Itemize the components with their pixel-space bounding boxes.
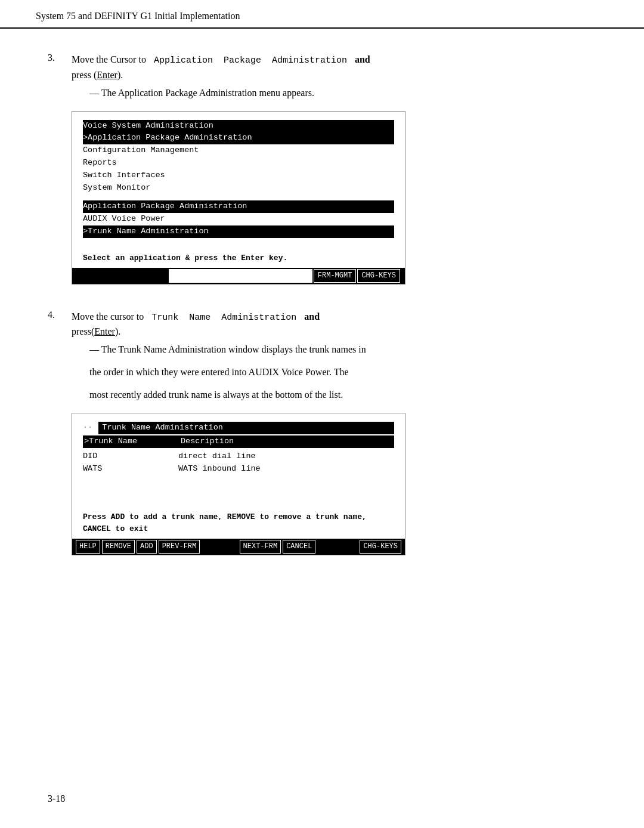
menu1-line-1: Voice System Administration <box>83 120 394 132</box>
step-4: 4. Move the cursor to Trunk Name Adminis… <box>48 310 596 570</box>
step-3-subtext: — The Application Package Administration… <box>89 86 596 100</box>
menu1-submenu-line1: AUDIX Voice Power <box>83 213 394 225</box>
step-4-subtext3: most recently added trunk name is always… <box>89 388 596 402</box>
menu1-black-blocks <box>169 269 312 283</box>
menu1-line-4: Reports <box>83 157 394 169</box>
menu2-status-text: Press ADD to add a trunk name, REMOVE to… <box>83 512 367 533</box>
menu2-row2-name: WATS <box>83 463 178 475</box>
step-3-body: Move the Cursor to Application Package A… <box>72 52 596 299</box>
step-4-prefix: Move the cursor to <box>72 311 144 322</box>
menu2-col1-header: >Trunk Name <box>83 435 178 448</box>
toolbar-help[interactable]: HELP <box>76 540 100 554</box>
menu1-line-6: System Monitor <box>83 182 394 194</box>
menu2-row2-desc: WATS inbound line <box>178 463 261 475</box>
menu2-status: Press ADD to add a trunk name, REMOVE to… <box>83 511 394 535</box>
menu1-status: Select an application & press the Enter … <box>83 252 394 264</box>
step-4-code: Trunk Name Administration <box>146 313 302 323</box>
page-number: 3-18 <box>48 793 65 804</box>
toolbar-prev-frm[interactable]: PREV-FRM <box>159 540 200 554</box>
menu1-submenu: Application Package Administration AUDIX… <box>83 200 394 238</box>
enter-link-3[interactable]: Enter <box>97 70 117 80</box>
menu2-row-1: DID direct dial line <box>83 450 394 463</box>
menu2-col2-header: Description <box>178 435 394 448</box>
step-4-subtext1: — The Trunk Name Administration window d… <box>89 342 596 357</box>
menu1-frm-mgmt[interactable]: FRM-MGMT <box>314 269 357 283</box>
step-4-subtext2: the order in which they were entered int… <box>89 365 596 379</box>
menu2-row1-name: DID <box>83 450 178 463</box>
menu2-title-dots: ·· <box>83 422 97 434</box>
header-title: System 75 and DEFINITY G1 Initial Implem… <box>36 11 240 21</box>
toolbar-remove[interactable]: REMOVE <box>102 540 135 554</box>
step-4-subtext-block: — The Trunk Name Administration window d… <box>89 342 596 402</box>
toolbar-chg-keys[interactable]: CHG-KEYS <box>360 540 401 554</box>
step-4-and: and <box>304 311 320 322</box>
menu1-line-2: >Application Package Administration <box>83 132 394 144</box>
menu1-terminal: Voice System Administration >Application… <box>72 111 405 285</box>
step-3-code: Application Package Administration <box>148 55 352 66</box>
step-3-press: press (Enter). <box>72 70 123 80</box>
menu1-status-area: Select an application & press the Enter … <box>83 252 394 264</box>
menu2-title-row: ·· Trunk Name Administration <box>83 422 394 434</box>
step-4-number: 4. <box>48 310 72 570</box>
step-3: 3. Move the Cursor to Application Packag… <box>48 52 596 299</box>
toolbar-next-frm[interactable]: NEXT-FRM <box>240 540 281 554</box>
menu1-line-5: Switch Interfaces <box>83 169 394 182</box>
step-3-number: 3. <box>48 52 72 299</box>
menu1-chg-keys[interactable]: CHG-KEYS <box>357 269 400 283</box>
menu1-statusbar: FRM-MGMT CHG-KEYS <box>72 268 405 284</box>
page-container: System 75 and DEFINITY G1 Initial Implem… <box>0 0 644 828</box>
step-4-text: Move the cursor to Trunk Name Administra… <box>72 310 596 339</box>
toolbar-empty <box>317 540 358 553</box>
menu1-submenu-line2: >Trunk Name Administration <box>83 225 394 238</box>
menu2-title: Trunk Name Administration <box>98 422 394 434</box>
page-header: System 75 and DEFINITY G1 Initial Implem… <box>0 0 644 29</box>
step-4-press: press(Enter). <box>72 326 120 336</box>
toolbar-cancel[interactable]: CANCEL <box>283 540 315 554</box>
enter-link-4[interactable]: Enter <box>94 326 115 336</box>
menu1-status-text: Select an application & press the Enter … <box>83 254 287 262</box>
menu2-row-2: WATS WATS inbound line <box>83 463 394 475</box>
step-3-prefix: Move the Cursor to <box>72 54 146 64</box>
step-3-and: and <box>355 54 370 64</box>
menu2-terminal: ·· Trunk Name Administration >Trunk Name… <box>72 413 405 555</box>
menu2-row1-desc: direct dial line <box>178 450 256 463</box>
menu1-submenu-title: Application Package Administration <box>83 200 394 213</box>
menu2-toolbar: HELP REMOVE ADD PREV-FRM NEXT-FRM CANCEL… <box>72 539 405 555</box>
menu2-rows: DID direct dial line WATS WATS inbound l… <box>83 450 394 475</box>
menu1-line-3: Configuration Management <box>83 144 394 157</box>
main-content: 3. Move the Cursor to Application Packag… <box>0 29 644 616</box>
toolbar-add[interactable]: ADD <box>137 540 157 554</box>
menu2-col-headers: >Trunk Name Description <box>83 435 394 448</box>
step-3-text: Move the Cursor to Application Package A… <box>72 52 596 82</box>
step-4-body: Move the cursor to Trunk Name Administra… <box>72 310 596 570</box>
menu2-status-area: Press ADD to add a trunk name, REMOVE to… <box>83 511 394 535</box>
